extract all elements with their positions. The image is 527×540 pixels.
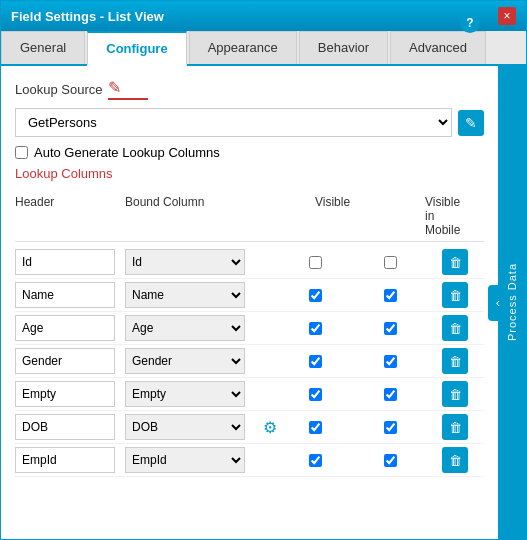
delete-row-button[interactable]: 🗑 (442, 282, 468, 308)
header-input[interactable] (15, 348, 115, 374)
visible-checkbox[interactable] (309, 421, 322, 434)
tab-behavior[interactable]: Behavior (299, 31, 388, 64)
visible-checkbox[interactable] (309, 289, 322, 302)
window: Field Settings - List View ? × General C… (0, 0, 527, 540)
header-input[interactable] (15, 447, 115, 473)
gear-icon-button[interactable]: ⚙ (258, 415, 282, 439)
bound-column-select[interactable]: Age (125, 315, 245, 341)
col-header-visible: Visible (315, 195, 425, 237)
table-row: Gender🗑 (15, 345, 484, 378)
side-panel-label: Process Data (506, 263, 518, 341)
header-input[interactable] (15, 381, 115, 407)
visible-mobile-checkbox[interactable] (384, 421, 397, 434)
table-row: Empty🗑 (15, 378, 484, 411)
lookup-source-label: Lookup Source (15, 82, 102, 97)
edit-icon[interactable]: ✎ (108, 78, 121, 97)
bound-column-select[interactable]: Id (125, 249, 245, 275)
header-input[interactable] (15, 282, 115, 308)
visible-mobile-checkbox[interactable] (384, 355, 397, 368)
header-input[interactable] (15, 249, 115, 275)
visible-mobile-checkbox[interactable] (384, 322, 397, 335)
col-header-empty (255, 195, 315, 237)
header-input[interactable] (15, 414, 115, 440)
main-panel: Lookup Source ✎ GetPersons ✎ Auto Genera… (1, 66, 498, 539)
side-panel: ‹ Process Data (498, 66, 526, 539)
bound-column-select[interactable]: EmpId (125, 447, 245, 473)
side-arrow-button[interactable]: ‹ (488, 285, 508, 321)
bound-column-select[interactable]: Empty (125, 381, 245, 407)
bound-column-select[interactable]: Name (125, 282, 245, 308)
tab-appearance[interactable]: Appearance (189, 31, 297, 64)
delete-row-button[interactable]: 🗑 (442, 414, 468, 440)
col-header-header: Header (15, 195, 125, 237)
visible-mobile-checkbox[interactable] (384, 454, 397, 467)
visible-checkbox[interactable] (309, 388, 322, 401)
help-icon[interactable]: ? (460, 13, 480, 33)
visible-checkbox[interactable] (309, 355, 322, 368)
visible-mobile-checkbox[interactable] (384, 256, 397, 269)
visible-mobile-checkbox[interactable] (384, 388, 397, 401)
tab-general[interactable]: General (1, 31, 85, 64)
bound-column-select[interactable]: DOB (125, 414, 245, 440)
tab-configure[interactable]: Configure (87, 31, 186, 66)
visible-mobile-checkbox[interactable] (384, 289, 397, 302)
lookup-columns-label: Lookup Columns (15, 166, 484, 181)
visible-checkbox[interactable] (309, 256, 322, 269)
window-title: Field Settings - List View (11, 9, 164, 24)
delete-row-button[interactable]: 🗑 (442, 447, 468, 473)
header-input[interactable] (15, 315, 115, 341)
delete-row-button[interactable]: 🗑 (442, 348, 468, 374)
underline-bar (108, 98, 148, 100)
lookup-select-row: GetPersons ✎ (15, 108, 484, 137)
visible-checkbox[interactable] (309, 454, 322, 467)
visible-checkbox[interactable] (309, 322, 322, 335)
title-bar: Field Settings - List View ? × (1, 1, 526, 31)
table-row: EmpId🗑 (15, 444, 484, 477)
auto-generate-checkbox[interactable] (15, 146, 28, 159)
lookup-source-row: Lookup Source ✎ (15, 78, 484, 100)
col-header-bound: Bound Column (125, 195, 255, 237)
auto-generate-row: Auto Generate Lookup Columns (15, 145, 484, 160)
table-row: DOB⚙🗑 (15, 411, 484, 444)
tab-advanced[interactable]: Advanced (390, 31, 486, 64)
table-row: Id🗑 (15, 246, 484, 279)
table-header: Header Bound Column Visible Visible in M… (15, 191, 484, 242)
bound-column-select[interactable]: Gender (125, 348, 245, 374)
col-header-visible-mobile: Visible in Mobile (425, 195, 465, 237)
delete-row-button[interactable]: 🗑 (442, 381, 468, 407)
tabs-row: General Configure Appearance Behavior Ad… (1, 31, 526, 66)
close-button[interactable]: × (498, 7, 516, 25)
lookup-source-select[interactable]: GetPersons (15, 108, 452, 137)
delete-row-button[interactable]: 🗑 (442, 315, 468, 341)
table-rows-container: Id🗑Name🗑Age🗑Gender🗑Empty🗑DOB⚙🗑EmpId🗑 (15, 246, 484, 477)
lookup-edit-button[interactable]: ✎ (458, 110, 484, 136)
auto-generate-label: Auto Generate Lookup Columns (34, 145, 220, 160)
table-row: Name🗑 (15, 279, 484, 312)
table-row: Age🗑 (15, 312, 484, 345)
delete-row-button[interactable]: 🗑 (442, 249, 468, 275)
content-area: Lookup Source ✎ GetPersons ✎ Auto Genera… (1, 66, 526, 539)
